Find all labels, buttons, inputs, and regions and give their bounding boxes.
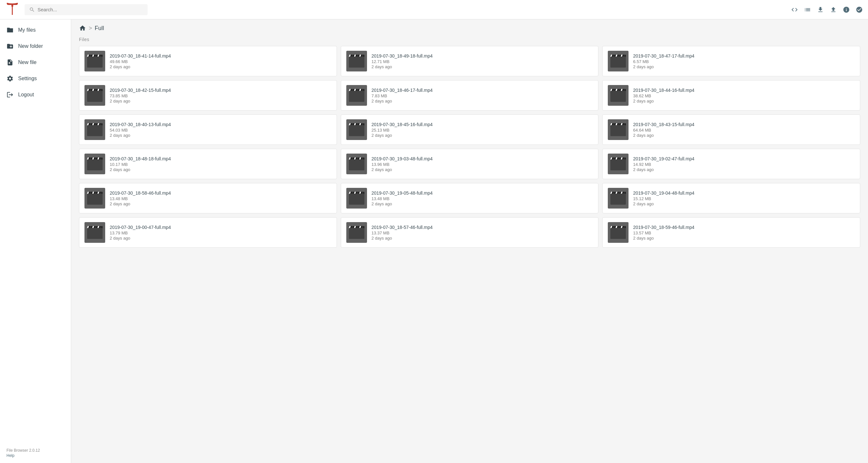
file-card[interactable]: 2019-07-30_19-02-47-full.mp4 14.92 MB 2 …: [602, 149, 860, 179]
file-date: 2 days ago: [633, 167, 855, 172]
files-section-label: Files: [79, 37, 860, 42]
file-thumbnail: [608, 222, 628, 243]
file-card[interactable]: 2019-07-30_18-57-46-full.mp4 13.37 MB 2 …: [341, 217, 599, 248]
file-name: 2019-07-30_18-41-14-full.mp4: [110, 53, 332, 59]
file-date: 2 days ago: [110, 64, 332, 69]
file-size: 12.71 MB: [372, 59, 593, 64]
upload-icon[interactable]: [830, 6, 837, 13]
file-date: 2 days ago: [372, 236, 593, 240]
file-date: 2 days ago: [633, 236, 855, 240]
file-thumbnail: [85, 85, 105, 106]
breadcrumb: > Full: [79, 25, 860, 32]
file-name: 2019-07-30_18-49-18-full.mp4: [372, 53, 593, 59]
file-date: 2 days ago: [110, 99, 332, 103]
add-folder-icon: [6, 43, 13, 50]
file-card[interactable]: 2019-07-30_18-47-17-full.mp4 6.57 MB 2 d…: [602, 46, 860, 76]
file-card[interactable]: 2019-07-30_18-46-17-full.mp4 7.83 MB 2 d…: [341, 80, 599, 110]
file-name: 2019-07-30_18-43-15-full.mp4: [633, 122, 855, 127]
sidebar-item-new-folder[interactable]: New folder: [0, 38, 71, 54]
file-name: 2019-07-30_19-02-47-full.mp4: [633, 156, 855, 161]
check-circle-icon[interactable]: [856, 6, 863, 13]
file-info: 2019-07-30_19-00-47-full.mp4 13.79 MB 2 …: [110, 225, 332, 240]
file-size: 13.79 MB: [110, 231, 332, 235]
app-body: My files New folder New file Settings Lo…: [0, 20, 868, 463]
logout-icon: [6, 91, 13, 98]
file-name: 2019-07-30_19-04-48-full.mp4: [633, 191, 855, 196]
help-link[interactable]: Help: [6, 453, 64, 458]
file-date: 2 days ago: [372, 99, 593, 103]
file-size: 10.17 MB: [110, 162, 332, 167]
sidebar-label-settings: Settings: [18, 76, 37, 81]
file-card[interactable]: 2019-07-30_18-41-14-full.mp4 49.66 MB 2 …: [79, 46, 337, 76]
file-name: 2019-07-30_18-46-17-full.mp4: [372, 88, 593, 93]
file-size: 13.96 MB: [372, 162, 593, 167]
file-name: 2019-07-30_18-59-46-full.mp4: [633, 225, 855, 230]
sidebar-item-settings[interactable]: Settings: [0, 70, 71, 87]
file-info: 2019-07-30_18-41-14-full.mp4 49.66 MB 2 …: [110, 53, 332, 69]
file-date: 2 days ago: [110, 167, 332, 172]
file-card[interactable]: 2019-07-30_19-00-47-full.mp4 13.79 MB 2 …: [79, 217, 337, 248]
file-info: 2019-07-30_18-58-46-full.mp4 13.48 MB 2 …: [110, 191, 332, 206]
file-name: 2019-07-30_19-03-48-full.mp4: [372, 156, 593, 161]
file-card[interactable]: 2019-07-30_18-43-15-full.mp4 64.64 MB 2 …: [602, 114, 860, 145]
file-size: 13.48 MB: [372, 196, 593, 201]
file-size: 7.83 MB: [372, 93, 593, 98]
file-date: 2 days ago: [633, 64, 855, 69]
file-thumbnail: [608, 51, 628, 71]
file-date: 2 days ago: [110, 201, 332, 206]
info-icon[interactable]: [843, 6, 850, 13]
header-icons: [791, 6, 863, 13]
file-size: 38.62 MB: [633, 93, 855, 98]
file-name: 2019-07-30_18-45-16-full.mp4: [372, 122, 593, 127]
file-size: 49.66 MB: [110, 59, 332, 64]
breadcrumb-chevron: >: [89, 25, 92, 32]
search-input[interactable]: [37, 7, 143, 12]
file-info: 2019-07-30_18-43-15-full.mp4 64.64 MB 2 …: [633, 122, 855, 138]
file-thumbnail: [85, 119, 105, 140]
file-card[interactable]: 2019-07-30_18-45-16-full.mp4 25.13 MB 2 …: [341, 114, 599, 145]
file-info: 2019-07-30_19-02-47-full.mp4 14.92 MB 2 …: [633, 156, 855, 172]
file-thumbnail: [85, 154, 105, 174]
file-card[interactable]: 2019-07-30_18-49-18-full.mp4 12.71 MB 2 …: [341, 46, 599, 76]
main-content: > Full Files 2019: [71, 20, 868, 463]
file-name: 2019-07-30_18-57-46-full.mp4: [372, 225, 593, 230]
file-name: 2019-07-30_19-05-48-full.mp4: [372, 191, 593, 196]
file-size: 13.37 MB: [372, 231, 593, 235]
download-icon[interactable]: [817, 6, 824, 13]
folder-icon: [6, 27, 13, 34]
home-icon[interactable]: [79, 25, 86, 32]
file-size: 13.48 MB: [110, 196, 332, 201]
file-info: 2019-07-30_18-59-46-full.mp4 13.57 MB 2 …: [633, 225, 855, 240]
code-icon[interactable]: [791, 6, 798, 13]
file-thumbnail: [85, 51, 105, 71]
file-card[interactable]: 2019-07-30_19-05-48-full.mp4 13.48 MB 2 …: [341, 183, 599, 213]
file-card[interactable]: 2019-07-30_19-04-48-full.mp4 15.12 MB 2 …: [602, 183, 860, 213]
sidebar-item-new-file[interactable]: New file: [0, 54, 71, 70]
file-date: 2 days ago: [110, 236, 332, 240]
file-card[interactable]: 2019-07-30_18-58-46-full.mp4 13.48 MB 2 …: [79, 183, 337, 213]
sidebar-item-logout[interactable]: Logout: [0, 87, 71, 103]
file-card[interactable]: 2019-07-30_18-42-15-full.mp4 73.85 MB 2 …: [79, 80, 337, 110]
file-card[interactable]: 2019-07-30_19-03-48-full.mp4 13.96 MB 2 …: [341, 149, 599, 179]
add-file-icon: [6, 59, 13, 66]
file-date: 2 days ago: [372, 167, 593, 172]
file-card[interactable]: 2019-07-30_18-40-13-full.mp4 54.03 MB 2 …: [79, 114, 337, 145]
logo: [5, 3, 20, 17]
file-thumbnail: [346, 154, 367, 174]
sidebar-item-my-files[interactable]: My files: [0, 22, 71, 38]
file-card[interactable]: 2019-07-30_18-44-16-full.mp4 38.62 MB 2 …: [602, 80, 860, 110]
file-card[interactable]: 2019-07-30_18-59-46-full.mp4 13.57 MB 2 …: [602, 217, 860, 248]
file-name: 2019-07-30_18-47-17-full.mp4: [633, 53, 855, 59]
file-size: 14.92 MB: [633, 162, 855, 167]
file-name: 2019-07-30_19-00-47-full.mp4: [110, 225, 332, 230]
file-card[interactable]: 2019-07-30_18-48-18-full.mp4 10.17 MB 2 …: [79, 149, 337, 179]
file-date: 2 days ago: [633, 99, 855, 103]
file-name: 2019-07-30_18-42-15-full.mp4: [110, 88, 332, 93]
list-icon[interactable]: [804, 6, 811, 13]
file-info: 2019-07-30_18-46-17-full.mp4 7.83 MB 2 d…: [372, 88, 593, 103]
search-box[interactable]: [25, 4, 148, 15]
file-info: 2019-07-30_18-48-18-full.mp4 10.17 MB 2 …: [110, 156, 332, 172]
file-thumbnail: [346, 188, 367, 208]
files-grid: 2019-07-30_18-41-14-full.mp4 49.66 MB 2 …: [79, 46, 860, 248]
breadcrumb-current: Full: [95, 25, 104, 32]
